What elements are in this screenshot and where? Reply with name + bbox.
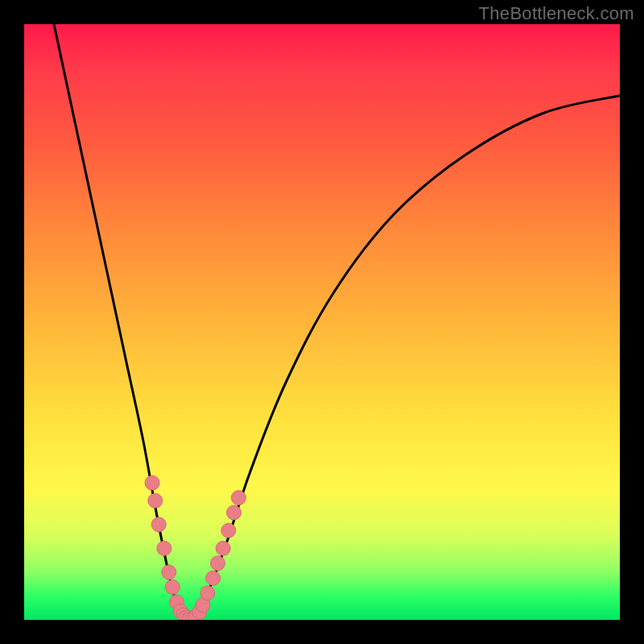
data-marker: [226, 506, 241, 520]
right-marker-cluster: [185, 490, 246, 620]
plot-area: [24, 24, 620, 620]
data-marker: [206, 571, 221, 585]
watermark-text: TheBottleneck.com: [479, 3, 634, 24]
left-curve: [54, 24, 190, 620]
data-marker: [148, 493, 163, 508]
data-marker: [145, 476, 159, 490]
data-marker: [157, 541, 171, 555]
data-marker: [211, 556, 225, 571]
curve-layer: [24, 24, 620, 620]
chart-frame: TheBottleneck.com: [0, 0, 644, 644]
data-marker: [231, 490, 246, 505]
data-marker: [165, 580, 180, 594]
left-marker-cluster: [145, 476, 196, 620]
data-marker: [162, 565, 176, 580]
data-marker: [216, 541, 230, 555]
data-marker: [200, 586, 215, 601]
data-marker: [151, 518, 166, 532]
data-marker: [221, 523, 236, 538]
right-curve: [190, 96, 620, 620]
